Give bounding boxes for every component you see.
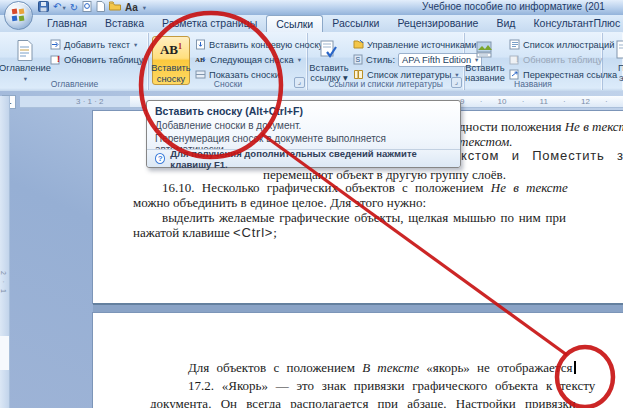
tab-view[interactable]: Вид <box>487 15 524 32</box>
doc-text-line[interactable]: 17.2. «Якорь» — это знак привязки графич… <box>188 378 595 394</box>
tab-insert[interactable]: Вставка <box>96 15 153 32</box>
update-caption-table-button: ! Обновить таблицу <box>509 52 617 67</box>
style-label: Стиль: <box>366 55 395 65</box>
office-logo-icon <box>11 8 25 22</box>
tab-review[interactable]: Рецензирование <box>388 15 487 32</box>
office-button[interactable] <box>4 1 33 30</box>
tooltip-line: Добавление сноски в документ. <box>147 118 460 131</box>
insert-endnote-button[interactable]: Вставить концевую сноску <box>195 37 323 52</box>
manage-sources-button[interactable]: Управление источниками <box>353 37 482 52</box>
doc-text-line[interactable]: дности положения Не в тексте, т. е <box>459 119 623 135</box>
tab-references[interactable]: Ссылки <box>266 15 323 32</box>
insert-caption-icon <box>474 39 496 61</box>
add-text-icon <box>50 39 61 50</box>
doc-text-line[interactable]: 16.10. Несколько графических объектов с … <box>162 180 568 196</box>
footnote-tooltip: Вставить сноску (Alt+Ctrl+F) Добавление … <box>146 100 461 168</box>
toc-button[interactable]: Оглавление▾ <box>4 36 46 85</box>
ruler-marks-left: 3 · 1 · 2 <box>76 97 104 106</box>
update-toc-button[interactable]: ! Обновить таблицу <box>50 52 144 67</box>
redo-icon[interactable]: ↻ <box>70 2 78 14</box>
manage-sources-icon <box>353 39 364 50</box>
tooltip-help-text: Для получения дополнительных сведений на… <box>170 148 452 170</box>
doc-text-line[interactable]: документа. Он всегда располагается при а… <box>150 396 576 408</box>
chevron-down-icon: ▾ <box>134 41 137 49</box>
group-index-clipped: Поэл <box>603 33 623 90</box>
vertical-ruler-marks: 2 · 1 <box>0 271 7 295</box>
group-label-toc: Оглавление <box>1 79 148 89</box>
text-cursor <box>574 361 576 374</box>
group-citations: Вставитьссылку ▾ Управление источниками … <box>307 33 465 90</box>
svg-text:!: ! <box>516 54 519 64</box>
toc-button-label: Оглавление <box>0 63 51 73</box>
tab-consultantplus[interactable]: КонсультантПлюс <box>524 15 623 32</box>
insert-endnote-icon <box>195 39 206 50</box>
chevron-down-icon: ▾ <box>298 56 301 64</box>
open-folder-icon[interactable] <box>109 1 121 14</box>
window-title: Учебное пособие по информатике (201 <box>422 1 622 12</box>
quick-access-toolbar: ↶▾ ↻ Aa ▾ <box>38 1 146 14</box>
group-captions: Вставитьназвание Список иллюстраций ! Об… <box>464 33 603 90</box>
doc-text-line[interactable]: выделить желаемые графические объекты, щ… <box>162 210 566 226</box>
new-document-icon[interactable] <box>96 1 105 15</box>
tab-mailings[interactable]: Рассылки <box>323 15 388 32</box>
dialog-launcher-icon[interactable]: ⌟ <box>294 77 305 88</box>
ruler-marks-right: 9 · 10 · 11 · 12 · 13 · 14 · 15 · 16 <box>460 97 623 106</box>
next-footnote-button[interactable]: AB Следующая сноска▾ <box>195 52 323 67</box>
tab-page-layout[interactable]: Разметка страницы <box>153 15 266 32</box>
mark-entry-icon <box>613 39 623 61</box>
insert-footnote-button[interactable]: AB1 Вставитьсноску <box>152 36 190 85</box>
tooltip-help-row: ? Для получения дополнительных сведений … <box>147 149 460 167</box>
group-table-of-contents: Оглавление▾ Добавить текст▾ ! Обновить т… <box>1 33 149 90</box>
doc-text-line[interactable]: можно объединить в единое целое. Для это… <box>133 195 426 211</box>
group-footnotes: AB1 Вставитьсноску Вставить концевую сно… <box>149 33 308 90</box>
chevron-down-icon: ▾ <box>62 4 65 11</box>
tab-home[interactable]: Главная <box>38 15 96 32</box>
qat-more-icon[interactable]: ▾ <box>143 2 146 14</box>
list-of-figures-icon <box>509 39 520 50</box>
print-preview-icon[interactable] <box>82 1 92 15</box>
group-label-captions: Названия <box>464 79 602 89</box>
undo-icon[interactable]: ↶▾ <box>53 1 66 14</box>
mark-entry-button[interactable]: Поэл <box>605 36 623 85</box>
doc-text-line[interactable]: кстом и Поместить за текстом <box>461 148 623 164</box>
ribbon-tab-row: Главная Вставка Разметка страницы Ссылки… <box>0 15 623 32</box>
insert-caption-button[interactable]: Вставитьназвание <box>466 36 504 85</box>
style-icon: S <box>353 54 363 65</box>
update-caption-table-icon: ! <box>509 54 520 65</box>
word-window: Учебное пособие по информатике (201 ↶▾ ↻… <box>0 0 623 408</box>
doc-text-line[interactable]: нажатой клавише <Ctrl>; <box>133 225 277 241</box>
font-icon[interactable]: Aa <box>125 2 138 14</box>
tooltip-title: Вставить сноску (Alt+Ctrl+F) <box>147 101 460 118</box>
insert-citation-icon <box>318 39 340 61</box>
ribbon: Оглавление▾ Добавить текст▾ ! Обновить т… <box>0 32 623 92</box>
svg-text:!: ! <box>57 54 60 64</box>
group-label-footnotes: Сноски <box>149 79 307 89</box>
add-text-button[interactable]: Добавить текст▾ <box>50 37 144 52</box>
group-label-citations: Ссылки и списки литературы <box>307 79 464 89</box>
toc-icon <box>14 39 36 61</box>
next-footnote-icon: AB <box>195 54 207 65</box>
doc-text-line[interactable]: Для объектов с положением В тексте «якор… <box>188 360 576 376</box>
list-of-figures-button[interactable]: Список иллюстраций <box>509 37 617 52</box>
save-icon[interactable] <box>38 1 49 15</box>
vertical-ruler: 2 · 1 <box>0 96 10 408</box>
svg-text:S: S <box>355 56 360 63</box>
update-table-icon: ! <box>50 54 61 65</box>
dialog-launcher-icon[interactable]: ⌟ <box>451 77 462 88</box>
insert-citation-button[interactable]: Вставитьссылку ▾ <box>310 36 348 85</box>
help-icon: ? <box>155 153 165 164</box>
footnote-ab1-icon: AB1 <box>160 40 182 61</box>
